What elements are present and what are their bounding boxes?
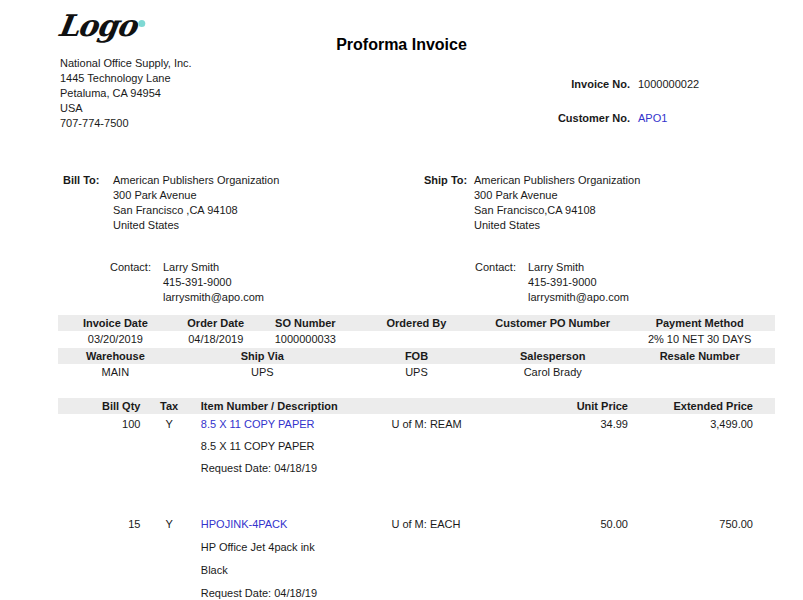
line-items-header-row: Bill Qty Tax Item Number / Description U… — [58, 398, 775, 414]
line-items-table: Bill Qty Tax Item Number / Description U… — [58, 398, 775, 600]
resale-number-value — [624, 364, 775, 381]
company-street: 1445 Technology Lane — [60, 71, 192, 86]
ship-contact-info: Larry Smith 415-391-9000 larrysmith@apo.… — [528, 260, 629, 305]
column-header-order-date: Order Date — [173, 315, 259, 331]
ship-via-value: UPS — [173, 364, 352, 381]
customer-number-row: Customer No. APO1 — [400, 112, 760, 124]
company-phone: 707-774-7500 — [60, 116, 192, 131]
salesperson-value: Carol Brady — [481, 364, 624, 381]
item-uom: U of M: EACH — [391, 517, 520, 532]
company-city: Petaluma, CA 94954 — [60, 86, 192, 101]
ship-contact-name: Larry Smith — [528, 260, 629, 275]
bill-contact-name: Larry Smith — [163, 260, 264, 275]
bill-to-line: United States — [113, 218, 279, 233]
item-request-date: Request Date: 04/18/19 — [198, 461, 775, 476]
bill-contact-email: larrysmith@apo.com — [163, 290, 264, 305]
order-details-header-row-2: Warehouse Ship Via FOB Salesperson Resal… — [58, 348, 775, 364]
order-details-values-row-1: 03/20/2019 04/18/2019 1000000033 2% 10 N… — [58, 331, 775, 348]
logo-dot-icon — [138, 20, 145, 27]
item-request-date: Request Date: 04/18/19 — [198, 586, 775, 600]
bill-to-line: American Publishers Organization — [113, 173, 279, 188]
invoice-number-row: Invoice No. 1000000022 — [400, 78, 760, 90]
bill-contact-phone: 415-391-9000 — [163, 275, 264, 290]
bill-contact-block: Contact: Larry Smith 415-391-9000 larrys… — [110, 260, 264, 305]
column-header-invoice-date: Invoice Date — [58, 315, 173, 331]
ship-contact-label: Contact: — [475, 260, 521, 305]
item-bill-qty: 15 — [58, 517, 140, 532]
column-header-uom-spacer — [391, 398, 520, 414]
ship-to-line: American Publishers Organization — [474, 173, 640, 188]
ship-to-line: San Francisco,CA 94108 — [474, 203, 640, 218]
item-description: Black — [198, 563, 775, 578]
ship-contact-block: Contact: Larry Smith 415-391-9000 larrys… — [475, 260, 629, 305]
bill-contact-label: Contact: — [110, 260, 156, 305]
item-tax-flag: Y — [140, 417, 197, 432]
ship-contact-phone: 415-391-9000 — [528, 275, 629, 290]
bill-contact-info: Larry Smith 415-391-9000 larrysmith@apo.… — [163, 260, 264, 305]
ship-to-label: Ship To: — [424, 173, 474, 233]
item-unit-price: 34.99 — [520, 417, 628, 432]
page-title: Proforma Invoice — [0, 36, 803, 54]
customer-number-link[interactable]: APO1 — [638, 112, 667, 124]
column-header-customer-po: Customer PO Number — [481, 315, 624, 331]
column-header-resale-number: Resale Number — [624, 348, 775, 364]
order-date-value: 04/18/2019 — [173, 331, 259, 348]
column-header-extended-price: Extended Price — [628, 398, 775, 414]
warehouse-value: MAIN — [58, 364, 173, 381]
item-uom: U of M: REAM — [391, 417, 520, 432]
invoice-number-label: Invoice No. — [400, 78, 630, 90]
company-address-block: National Office Supply, Inc. 1445 Techno… — [60, 56, 192, 131]
column-header-salesperson: Salesperson — [481, 348, 624, 364]
column-header-warehouse: Warehouse — [58, 348, 173, 364]
column-header-payment-method: Payment Method — [624, 315, 775, 331]
item-number-link[interactable]: HPOJINK-4PACK — [198, 517, 392, 532]
column-header-ordered-by: Ordered By — [352, 315, 481, 331]
item-tax-flag: Y — [140, 517, 197, 532]
bill-to-block: Bill To: American Publishers Organizatio… — [63, 173, 279, 233]
invoice-number-value: 1000000022 — [638, 78, 699, 90]
bill-to-address: American Publishers Organization 300 Par… — [113, 173, 279, 233]
payment-method-value: 2% 10 NET 30 DAYS — [624, 331, 775, 348]
column-header-bill-qty: Bill Qty — [58, 398, 140, 414]
ship-to-block: Ship To: American Publishers Organizatio… — [424, 173, 640, 233]
item-extended-price: 3,499.00 — [628, 417, 775, 432]
column-header-so-number: SO Number — [259, 315, 352, 331]
invoice-date-value: 03/20/2019 — [58, 331, 173, 348]
ship-to-line: United States — [474, 218, 640, 233]
ship-contact-email: larrysmith@apo.com — [528, 290, 629, 305]
order-details-values-row-2: MAIN UPS UPS Carol Brady — [58, 364, 775, 381]
bill-to-line: San Francisco ,CA 94108 — [113, 203, 279, 218]
ordered-by-value — [352, 331, 481, 348]
item-description: 8.5 X 11 COPY PAPER — [198, 439, 775, 454]
item-number-link[interactable]: 8.5 X 11 COPY PAPER — [198, 417, 392, 432]
item-description: HP Office Jet 4pack ink — [198, 540, 775, 555]
order-details-table: Invoice Date Order Date SO Number Ordere… — [58, 315, 775, 381]
item-bill-qty: 100 — [58, 417, 140, 432]
fob-value: UPS — [352, 364, 481, 381]
line-item-row: 15 Y HPOJINK-4PACK U of M: EACH 50.00 75… — [58, 517, 775, 600]
column-header-unit-price: Unit Price — [520, 398, 628, 414]
bill-to-line: 300 Park Avenue — [113, 188, 279, 203]
company-name: National Office Supply, Inc. — [60, 56, 192, 71]
order-details-header-row-1: Invoice Date Order Date SO Number Ordere… — [58, 315, 775, 331]
customer-po-value — [481, 331, 624, 348]
ship-to-address: American Publishers Organization 300 Par… — [474, 173, 640, 233]
so-number-value: 1000000033 — [259, 331, 352, 348]
item-extended-price: 750.00 — [628, 517, 775, 532]
line-item-row: 100 Y 8.5 X 11 COPY PAPER U of M: REAM 3… — [58, 417, 775, 476]
column-header-tax: Tax — [140, 398, 197, 414]
column-header-fob: FOB — [352, 348, 481, 364]
column-header-item-description: Item Number / Description — [198, 398, 392, 414]
ship-to-line: 300 Park Avenue — [474, 188, 640, 203]
column-header-ship-via: Ship Via — [173, 348, 352, 364]
company-country: USA — [60, 101, 192, 116]
bill-to-label: Bill To: — [63, 173, 113, 233]
item-unit-price: 50.00 — [520, 517, 628, 532]
customer-number-label: Customer No. — [400, 112, 630, 124]
